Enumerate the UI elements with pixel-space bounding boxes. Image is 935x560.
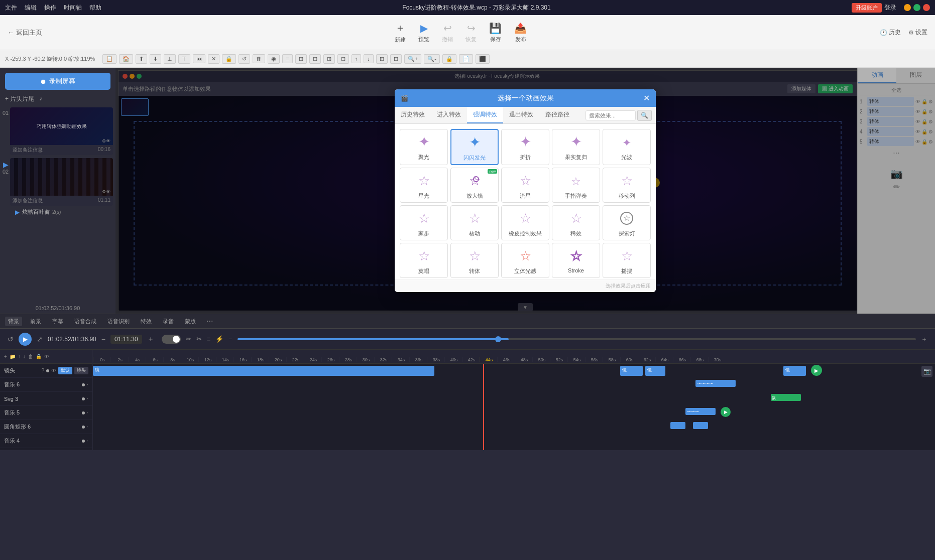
track-svg3-eye[interactable]: ·: [87, 396, 88, 401]
draft-button[interactable]: 蒙版: [182, 317, 199, 326]
dialog-tab-exit[interactable]: 退出特效: [503, 107, 539, 123]
track-roundrect6-eye[interactable]: ·: [87, 424, 88, 430]
music5-nav-arrow[interactable]: ▶: [721, 407, 731, 417]
sub-play-button[interactable]: ▶: [15, 209, 20, 216]
effect-zhezhe[interactable]: ✦ 折折: [501, 129, 549, 165]
track-eye-icon[interactable]: 👁: [44, 354, 49, 359]
more-track-options[interactable]: ···: [206, 317, 213, 326]
track-camera-help[interactable]: ?: [41, 368, 44, 373]
dialog-search-input[interactable]: [586, 110, 636, 120]
settings-button[interactable]: ⚙ 设置: [908, 28, 927, 37]
menu-help[interactable]: 帮助: [89, 4, 101, 12]
camera-segment[interactable]: 镜: [93, 366, 434, 376]
upgrade-button[interactable]: 升级账户: [852, 3, 882, 13]
effect-hedong[interactable]: ☆ 核动: [450, 205, 499, 240]
transport-minus-button[interactable]: −: [101, 335, 105, 343]
clip-02-play-button[interactable]: ▶: [3, 161, 9, 169]
speed-icon[interactable]: ⚡: [215, 335, 223, 343]
crop-icon[interactable]: ✂: [196, 335, 202, 343]
sec-btn-down[interactable]: ⬇: [150, 54, 161, 64]
track-music5-eye[interactable]: ·: [87, 410, 88, 415]
nav-arrow-right[interactable]: ▶: [811, 365, 822, 376]
sec-btn-13[interactable]: ⊟: [337, 54, 349, 64]
maximize-button[interactable]: [913, 4, 920, 11]
zoom-track[interactable]: [238, 338, 916, 340]
sec-btn-1[interactable]: 📋: [102, 54, 116, 64]
effect-juguang[interactable]: ✦ 聚光: [400, 129, 448, 165]
dialog-tab-enter[interactable]: 进入特效: [431, 107, 467, 123]
zoom-in-icon2[interactable]: ＋: [921, 335, 927, 344]
revoke-button[interactable]: ↩ 撤销: [442, 22, 453, 43]
effect-jiabu[interactable]: ☆ 家步: [400, 205, 448, 240]
record-button[interactable]: 录音: [160, 317, 177, 326]
voice-synth-button[interactable]: 语音合成: [71, 317, 99, 326]
effect-zhuanti[interactable]: ☆ 转体: [450, 243, 499, 278]
transport-play-button[interactable]: ▶: [19, 333, 32, 346]
sec-btn-7[interactable]: ↺: [239, 54, 250, 64]
roundrect-seg1[interactable]: [670, 422, 685, 429]
save-button[interactable]: 💾 保存: [489, 22, 502, 43]
sec-btn-3[interactable]: ⊥: [164, 54, 176, 64]
sec-btn-trash[interactable]: 🗑: [253, 54, 265, 63]
transport-back-button[interactable]: ↺: [8, 335, 14, 343]
sec-btn-zoom-out[interactable]: 🔍-: [424, 54, 440, 64]
clip-01[interactable]: 巧用转体强调动画效果 ⚙👁 添加备注信息 00:16: [10, 107, 113, 155]
sec-btn-ext[interactable]: ⬛: [476, 54, 490, 64]
dialog-tab-history[interactable]: 历史特效: [395, 107, 431, 123]
dialog-search-button[interactable]: 🔍: [637, 110, 652, 121]
minimize-button[interactable]: [904, 4, 911, 11]
track-down-icon2[interactable]: ↓: [23, 354, 26, 359]
sec-btn-15[interactable]: ↓: [364, 54, 374, 63]
music5-segment[interactable]: 〜〜〜: [685, 408, 716, 415]
track-trash-icon[interactable]: 🗑: [28, 354, 33, 359]
publish-button[interactable]: 📤 发布: [514, 22, 527, 43]
effect-guangbo[interactable]: ✦ 光波: [603, 129, 651, 165]
sec-btn-zoom-in[interactable]: 🔍+: [404, 54, 421, 64]
sec-btn-8[interactable]: ◉: [268, 54, 280, 64]
clip-01-addinfo[interactable]: 添加备注信息: [13, 147, 43, 154]
sec-btn-6[interactable]: ✕: [208, 54, 219, 64]
track-lock-icon[interactable]: 🔒: [36, 354, 42, 359]
history-button[interactable]: 🕐 历史: [880, 28, 901, 37]
roundrect-seg2[interactable]: [693, 422, 708, 429]
sec-btn-12[interactable]: ⊞: [323, 54, 335, 64]
filter-icon[interactable]: ≡: [207, 335, 211, 343]
camera-segment-right[interactable]: 镜: [620, 366, 643, 376]
sec-btn-upload[interactable]: ⬆: [136, 54, 147, 64]
camera-segment-right2[interactable]: 镜: [645, 366, 665, 376]
zoom-out-icon2[interactable]: −: [228, 335, 232, 343]
clip-02-addinfo[interactable]: 添加备注信息: [13, 197, 43, 204]
sec-btn-14[interactable]: ↑: [352, 54, 362, 63]
effect-xingxing[interactable]: ☆ 星光: [400, 168, 448, 203]
transport-expand-button[interactable]: ⤢: [37, 335, 43, 343]
camera-mode-button[interactable]: 镜头: [74, 367, 88, 374]
track-music6-eye[interactable]: ·: [87, 382, 88, 387]
menu-edit[interactable]: 编辑: [25, 4, 37, 12]
effect-yidong[interactable]: ☆ 移动列: [603, 168, 651, 203]
effect-shanguang[interactable]: ✦ 闪闪发光: [450, 129, 499, 165]
sec-btn-9[interactable]: ≡: [282, 54, 292, 63]
effect-xixiao[interactable]: ☆ 稀效: [552, 205, 600, 240]
sec-btn-copy[interactable]: 📄: [459, 54, 473, 64]
effect-guosufuhui[interactable]: ✦ 果实复归: [552, 129, 600, 165]
effect-mochang[interactable]: ☆ 莫唱: [400, 243, 448, 278]
loop-toggle[interactable]: [162, 335, 181, 344]
new-button[interactable]: ＋ 新建: [395, 21, 406, 44]
default-mode-button[interactable]: 默认: [58, 367, 72, 374]
close-button[interactable]: [923, 4, 930, 11]
sec-btn-4[interactable]: ⊤: [178, 54, 190, 64]
restore-button[interactable]: ↪ 恢复: [465, 22, 477, 43]
track-add-icon[interactable]: +: [4, 354, 7, 359]
track-folder-icon[interactable]: 📁: [10, 354, 16, 359]
svg3-segment[interactable]: 谈: [771, 394, 801, 401]
fg-button[interactable]: 前景: [27, 317, 44, 326]
effects-button[interactable]: 特效: [138, 317, 155, 326]
effect-liti[interactable]: ☆ 立体光感: [501, 243, 549, 278]
menu-ops[interactable]: 操作: [44, 4, 56, 12]
bg-button[interactable]: 背景: [5, 317, 22, 326]
caption-button[interactable]: 字幕: [49, 317, 66, 326]
dialog-tab-emphasize[interactable]: 强调特效: [467, 107, 503, 123]
effect-stroke[interactable]: ☆ Stroke: [552, 243, 600, 278]
transport-plus-button[interactable]: ＋: [147, 335, 154, 344]
menu-file[interactable]: 文件: [5, 4, 17, 12]
